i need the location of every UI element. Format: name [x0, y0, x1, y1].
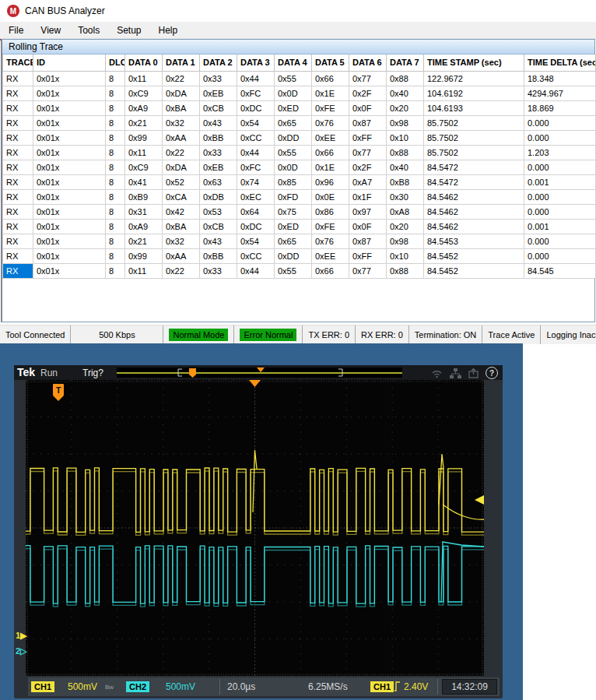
- table-cell[interactable]: 0x65: [275, 234, 312, 248]
- table-cell[interactable]: 0x99: [125, 248, 163, 263]
- table-cell[interactable]: RX: [3, 189, 33, 204]
- table-cell[interactable]: 0x76: [312, 115, 349, 130]
- table-cell[interactable]: RX: [3, 145, 33, 160]
- table-cell[interactable]: 0xDB: [200, 189, 237, 204]
- selected-cell[interactable]: RX: [3, 263, 33, 278]
- table-cell[interactable]: 0xA7: [349, 174, 387, 189]
- table-cell[interactable]: 0xED: [275, 219, 312, 234]
- column-header[interactable]: DLC: [106, 55, 125, 71]
- table-cell[interactable]: 0xBA: [163, 100, 200, 115]
- table-cell[interactable]: 0x01x: [33, 174, 106, 189]
- table-cell[interactable]: 8: [106, 189, 125, 204]
- table-cell[interactable]: 0x22: [163, 263, 200, 278]
- table-cell[interactable]: 0xB9: [125, 189, 163, 204]
- table-cell[interactable]: 85.7502: [424, 130, 524, 145]
- table-cell[interactable]: 0xDC: [237, 219, 275, 234]
- table-cell[interactable]: 0x99: [125, 130, 163, 145]
- table-cell[interactable]: 0xFE: [312, 100, 349, 115]
- table-cell[interactable]: 8: [106, 71, 125, 86]
- table-cell[interactable]: 0xEE: [312, 130, 349, 145]
- table-cell[interactable]: 0xDD: [275, 248, 312, 263]
- table-cell[interactable]: 0x22: [163, 145, 200, 160]
- table-cell[interactable]: 0xFF: [349, 248, 387, 263]
- table-cell[interactable]: 8: [106, 86, 125, 100]
- table-cell[interactable]: 0x85: [275, 174, 312, 189]
- table-cell[interactable]: 0x54: [237, 115, 275, 130]
- table-cell[interactable]: 84.5462: [424, 219, 524, 234]
- table-cell[interactable]: RX: [3, 219, 33, 234]
- table-cell[interactable]: 0xB8: [387, 174, 424, 189]
- table-cell[interactable]: 0x88: [387, 71, 424, 86]
- table-cell[interactable]: 8: [106, 174, 125, 189]
- table-cell[interactable]: 0xFD: [275, 189, 312, 204]
- table-cell[interactable]: 0x11: [125, 145, 163, 160]
- column-header[interactable]: TIME STAMP (sec): [424, 55, 524, 71]
- column-header[interactable]: DATA 2: [200, 55, 237, 71]
- table-cell[interactable]: 8: [106, 263, 125, 278]
- table-cell[interactable]: 84.5462: [424, 204, 524, 219]
- table-cell[interactable]: 0xBB: [200, 130, 237, 145]
- table-cell[interactable]: 0x31: [125, 204, 163, 219]
- table-cell[interactable]: 0x64: [237, 204, 275, 219]
- table-cell[interactable]: 0.000: [524, 130, 596, 145]
- table-cell[interactable]: 0xCB: [200, 219, 237, 234]
- menu-help[interactable]: Help: [150, 23, 187, 37]
- table-cell[interactable]: 0xAA: [163, 130, 200, 145]
- column-header[interactable]: DATA 6: [349, 55, 387, 71]
- table-cell[interactable]: 0x01x: [33, 100, 106, 115]
- table-cell[interactable]: 0xCC: [237, 248, 275, 263]
- table-cell[interactable]: 0x1E: [312, 160, 349, 174]
- table-cell[interactable]: 0x0F: [349, 100, 387, 115]
- table-cell[interactable]: 0x32: [163, 234, 200, 248]
- table-cell[interactable]: 0xEB: [200, 86, 237, 100]
- table-cell[interactable]: RX: [3, 115, 33, 130]
- table-cell[interactable]: 0x01x: [33, 189, 106, 204]
- column-header[interactable]: DATA 4: [275, 55, 312, 71]
- table-cell[interactable]: 0x77: [349, 263, 387, 278]
- help-icon[interactable]: ?: [486, 367, 498, 379]
- table-cell[interactable]: 0x66: [312, 71, 349, 86]
- table-cell[interactable]: 84.5452: [424, 263, 524, 278]
- table-cell[interactable]: RX: [3, 234, 33, 248]
- table-cell[interactable]: 0x2F: [349, 86, 387, 100]
- table-cell[interactable]: 0x98: [387, 115, 424, 130]
- table-cell[interactable]: 0x43: [200, 115, 237, 130]
- table-cell[interactable]: 0x01x: [33, 263, 106, 278]
- table-cell[interactable]: 85.7502: [424, 115, 524, 130]
- table-cell[interactable]: 0x53: [200, 204, 237, 219]
- table-cell[interactable]: 0x01x: [33, 204, 106, 219]
- table-cell[interactable]: 0.000: [524, 248, 596, 263]
- table-cell[interactable]: 0x88: [387, 263, 424, 278]
- table-cell[interactable]: 0x54: [237, 234, 275, 248]
- table-cell[interactable]: 0x01x: [33, 219, 106, 234]
- table-cell[interactable]: 0xFF: [349, 130, 387, 145]
- menu-setup[interactable]: Setup: [108, 23, 149, 37]
- table-cell[interactable]: 0x41: [125, 174, 163, 189]
- column-header[interactable]: TIME DELTA (sec): [524, 55, 596, 71]
- trigger-source-badge[interactable]: CH1: [370, 681, 394, 692]
- ch1-ground-marker[interactable]: 1▶: [16, 631, 27, 640]
- table-cell[interactable]: 18.348: [524, 71, 596, 86]
- table-cell[interactable]: 0x44: [237, 71, 275, 86]
- column-header[interactable]: DATA 7: [387, 55, 424, 71]
- table-cell[interactable]: 0x33: [200, 263, 237, 278]
- table-cell[interactable]: 0x42: [163, 204, 200, 219]
- table-cell[interactable]: 0x20: [387, 100, 424, 115]
- table-cell[interactable]: 0xA9: [125, 100, 163, 115]
- table-cell[interactable]: 0.001: [524, 174, 596, 189]
- table-cell[interactable]: 0xDD: [275, 130, 312, 145]
- column-header[interactable]: DATA 3: [237, 55, 275, 71]
- table-cell[interactable]: 0x98: [387, 234, 424, 248]
- table-cell[interactable]: 0.001: [524, 219, 596, 234]
- table-cell[interactable]: 0x55: [275, 263, 312, 278]
- table-cell[interactable]: RX: [3, 204, 33, 219]
- table-cell[interactable]: 84.5453: [424, 234, 524, 248]
- table-cell[interactable]: RX: [3, 160, 33, 174]
- table-cell[interactable]: 0xED: [275, 100, 312, 115]
- table-cell[interactable]: 0x87: [349, 115, 387, 130]
- menu-view[interactable]: View: [32, 23, 69, 37]
- table-cell[interactable]: 0xEB: [200, 160, 237, 174]
- table-cell[interactable]: 0xDA: [163, 86, 200, 100]
- table-cell[interactable]: 0x01x: [33, 86, 106, 100]
- table-cell[interactable]: 0x2F: [349, 160, 387, 174]
